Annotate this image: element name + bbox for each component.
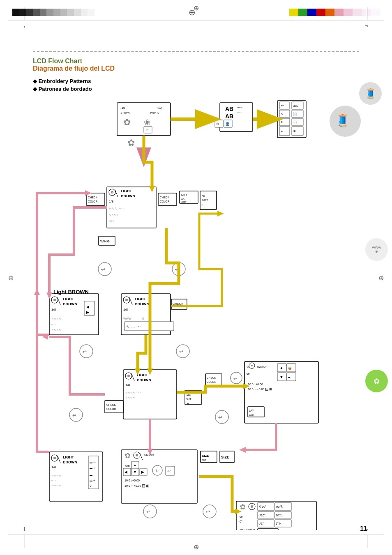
svg-text:👤: 👤 xyxy=(225,122,230,127)
svg-text:JUST: JUST xyxy=(202,199,208,201)
svg-text:10.0 ↔+0.00 🔲🔳: 10.0 ↔+0.00 🔲🔳 xyxy=(248,387,272,391)
svg-text:▲: ▲ xyxy=(133,463,137,467)
margin-right-top xyxy=(367,7,367,20)
light-brown-label: Light BROWN xyxy=(53,289,89,295)
svg-text:0°: 0° xyxy=(240,520,242,523)
svg-text:cm: cm xyxy=(240,515,244,518)
svg-text:AD-: AD- xyxy=(202,195,206,197)
svg-text:✿: ✿ xyxy=(216,122,219,126)
svg-text:^ ·: ^ · xyxy=(119,207,122,210)
margin-left-bottom xyxy=(25,535,25,548)
svg-text:⌂⌂⌂: ⌂⌂⌂ xyxy=(109,219,114,222)
svg-point-165 xyxy=(136,454,138,456)
bullet-item-2: Patrones de bordado xyxy=(33,86,115,92)
svg-text:WWW: WWW xyxy=(123,317,131,320)
svg-text:①: ① xyxy=(293,129,296,133)
svg-text:✿: ✿ xyxy=(125,451,131,460)
svg-text:CHECK: CHECK xyxy=(207,376,216,379)
svg-text:— ·: — · xyxy=(237,111,242,114)
svg-text:➡: ➡ xyxy=(288,376,291,379)
title-english: LCD Flow Chart xyxy=(33,58,115,65)
flowchart-diagram: -10 +10 < 1/70 2/70 > ✿ ❀ ↩ ✿ AB AB ....… xyxy=(23,99,368,530)
svg-text:AB: AB xyxy=(225,113,233,120)
svg-text:🧵: 🧵 xyxy=(335,113,350,128)
crosshair-left-mid: ⊕ xyxy=(8,274,14,281)
svg-text:LIGHT: LIGHT xyxy=(137,373,148,377)
svg-text:∿∿∿∿: ∿∿∿∿ xyxy=(125,396,135,399)
margin-left-top xyxy=(25,7,25,20)
svg-text:▲: ▲ xyxy=(279,366,284,370)
svg-text:BROWN: BROWN xyxy=(63,460,77,464)
svg-text:↩: ↩ xyxy=(145,128,148,132)
svg-text:▬ —: ▬ — xyxy=(90,461,96,464)
crosshair-tl: ⌐ xyxy=(24,23,27,29)
svg-text:cm: cm xyxy=(125,464,130,467)
svg-text:BROWN: BROWN xyxy=(137,378,151,382)
svg-point-72 xyxy=(53,299,56,301)
svg-text:↺1°: ↺1° xyxy=(258,522,264,525)
bullet-list: Embroidery Patterns Patrones de bordado xyxy=(33,78,115,92)
svg-point-148 xyxy=(53,457,56,459)
svg-text:✿: ✿ xyxy=(240,503,246,511)
svg-text:^ · ·: ^ · · xyxy=(51,479,56,482)
svg-text:1/8: 1/8 xyxy=(125,383,130,387)
svg-text:COLOR: COLOR xyxy=(207,380,216,383)
svg-text:↩: ↩ xyxy=(233,376,237,381)
crosshair-center-top: ⊕ xyxy=(194,4,199,12)
svg-text:OUT: OUT xyxy=(262,366,267,368)
svg-text:BROWN: BROWN xyxy=(121,194,135,198)
svg-text:↩: ↩ xyxy=(281,104,284,108)
svg-text:↩: ↩ xyxy=(72,412,76,418)
svg-text:%: % xyxy=(142,317,144,320)
svg-text:∿∿∿: ∿∿∿ xyxy=(109,207,118,210)
svg-text:WIN⚙: WIN⚙ xyxy=(100,240,110,243)
svg-text:✿: ✿ xyxy=(247,365,249,368)
svg-text:▬ —: ▬ — xyxy=(90,473,96,476)
svg-text:↻: ↻ xyxy=(155,469,159,473)
svg-text:↺90°: ↺90° xyxy=(259,505,266,509)
color-strip-right xyxy=(289,9,380,16)
svg-text:BROWN: BROWN xyxy=(135,302,149,306)
svg-text:◀: ◀ xyxy=(86,305,89,309)
svg-rect-117 xyxy=(205,374,222,385)
svg-text:↩: ↩ xyxy=(206,509,210,515)
border-top-line xyxy=(8,21,384,21)
svg-text:📄: 📄 xyxy=(293,112,297,116)
svg-text:∿∿∿∿: ∿∿∿∿ xyxy=(51,484,61,487)
bullet-item-1: Embroidery Patterns xyxy=(33,78,115,84)
svg-text:-10: -10 xyxy=(120,106,125,110)
dashed-separator xyxy=(33,51,359,52)
svg-text:▬ +: ▬ + xyxy=(90,479,95,482)
svg-text:↩: ↩ xyxy=(167,469,171,473)
svg-rect-211 xyxy=(258,529,278,530)
svg-rect-53 xyxy=(158,193,177,205)
svg-text:1/8: 1/8 xyxy=(51,308,56,311)
svg-text:2/70 >: 2/70 > xyxy=(150,111,159,115)
svg-text:LIGHT: LIGHT xyxy=(135,297,146,301)
svg-text:10.0 ↕+0.00: 10.0 ↕+0.00 xyxy=(248,383,263,386)
svg-text:Y: Y xyxy=(90,485,92,488)
svg-text:OUT: OUT xyxy=(186,398,191,401)
svg-text:📋: 📋 xyxy=(293,120,297,124)
svg-text:COLOR: COLOR xyxy=(160,200,169,203)
svg-text:∿∿∿∿: ∿∿∿∿ xyxy=(125,391,135,394)
crosshair-tr: ¬ xyxy=(365,23,368,29)
svg-text:↩: ↩ xyxy=(281,129,284,133)
svg-text:10.0 ↔+0.00 🔲🔳: 10.0 ↔+0.00 🔲🔳 xyxy=(125,484,149,488)
svg-text:AD-: AD- xyxy=(181,198,185,200)
svg-text:📦: 📦 xyxy=(288,366,292,370)
svg-rect-110 xyxy=(105,401,123,413)
svg-text:↩: ↩ xyxy=(218,415,222,420)
svg-text:1/8: 1/8 xyxy=(123,308,128,311)
svg-text:∿∿∿∿: ∿∿∿∿ xyxy=(109,213,119,216)
svg-text:LIGHT: LIGHT xyxy=(63,297,74,301)
svg-text:10°↻: 10°↻ xyxy=(276,514,283,517)
page-number: 11 xyxy=(360,525,367,532)
svg-text:1/8: 1/8 xyxy=(109,200,114,203)
svg-text:∿∿∿∿: ∿∿∿∿ xyxy=(51,317,61,320)
svg-text:< 1/70: < 1/70 xyxy=(120,111,130,115)
svg-text:+10: +10 xyxy=(156,106,162,110)
svg-point-194 xyxy=(251,505,253,508)
svg-text:380: 380 xyxy=(293,104,299,108)
svg-text:90°↻: 90°↻ xyxy=(276,505,284,509)
